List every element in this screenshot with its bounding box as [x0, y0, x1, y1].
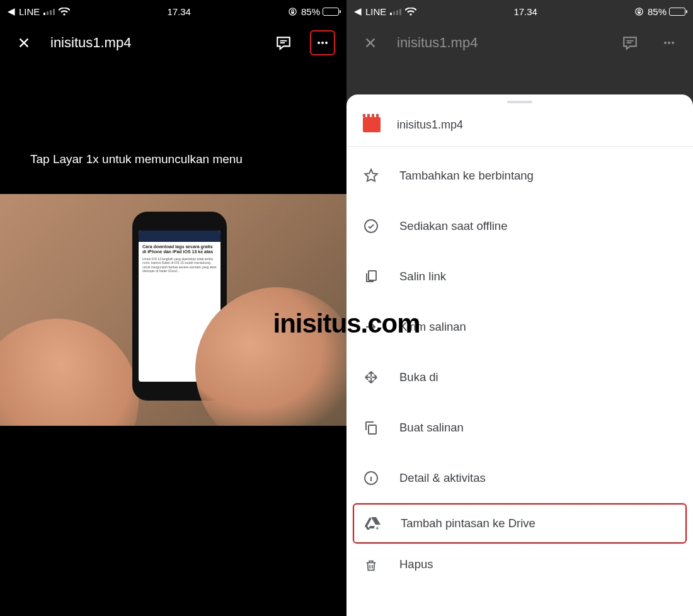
status-time: 17.34 — [70, 6, 288, 17]
send-icon — [363, 319, 379, 335]
status-back-app[interactable]: LINE — [19, 6, 40, 17]
copy-link-icon — [363, 268, 379, 285]
offline-icon — [363, 218, 379, 234]
comment-button — [617, 30, 643, 55]
svg-point-2 — [318, 42, 320, 44]
svg-text:+: + — [375, 525, 379, 532]
app-bar: inisitus1.mp4 — [0, 23, 346, 63]
svg-point-9 — [672, 42, 674, 44]
open-in-icon — [363, 369, 379, 385]
menu-item-label: Hapus — [399, 557, 433, 571]
battery-percent: 85% — [301, 6, 320, 17]
sheet-filename: inisitus1.mp4 — [397, 118, 463, 132]
file-title: inisitus1.mp4 — [397, 35, 604, 51]
svg-point-4 — [325, 42, 328, 44]
menu-item-label: Kirim salinan — [399, 320, 466, 334]
menu-item-label: Buat salinan — [399, 421, 464, 435]
info-icon — [363, 470, 379, 486]
svg-rect-6 — [638, 11, 640, 13]
back-caret-icon: ◀ — [354, 6, 362, 17]
menu-list: Tambahkan ke berbintang Sediakan saat of… — [346, 147, 693, 585]
file-title: inisitus1.mp4 — [50, 35, 257, 51]
phone-article-headline: Cara download lagu secara gratis di iPho… — [142, 244, 217, 255]
menu-item-make-copy[interactable]: Buat salinan — [346, 402, 693, 453]
battery-indicator: 85% — [301, 6, 339, 17]
menu-item-open-in[interactable]: Buka di — [346, 352, 693, 402]
svg-rect-11 — [369, 271, 376, 280]
battery-percent: 85% — [648, 6, 667, 17]
cell-signal-icon — [43, 8, 55, 15]
video-preview[interactable]: Cara download lagu secara gratis di iPho… — [0, 194, 346, 426]
svg-point-7 — [664, 42, 667, 44]
menu-item-label: Detail & aktivitas — [399, 471, 486, 485]
cell-signal-icon — [390, 8, 401, 15]
wifi-icon — [405, 8, 416, 16]
status-time: 17.34 — [416, 6, 634, 17]
rotation-lock-icon — [288, 7, 297, 16]
status-back-app[interactable]: LINE — [365, 6, 386, 17]
instruction-caption: Tap Layar 1x untuk memunculkan menu — [0, 151, 346, 168]
svg-point-3 — [321, 42, 324, 44]
status-bar: ◀ LINE 17.34 85% — [0, 0, 346, 23]
svg-rect-12 — [369, 425, 376, 434]
more-button — [656, 30, 682, 55]
copy-icon — [363, 419, 379, 436]
close-button — [358, 30, 383, 55]
menu-item-offline[interactable]: Sediakan saat offline — [346, 201, 693, 251]
menu-item-label: Sediakan saat offline — [399, 219, 507, 233]
menu-item-label: Tambah pintasan ke Drive — [401, 516, 536, 530]
drive-add-icon: + — [364, 515, 381, 532]
menu-item-label: Salin link — [399, 270, 446, 283]
right-pane: ◀ LINE 17.34 85% — [346, 0, 693, 616]
bottom-sheet: inisitus1.mp4 Tambahkan ke berbintang Se… — [346, 94, 693, 616]
menu-item-label: Buka di — [399, 370, 438, 384]
video-file-icon — [363, 117, 381, 132]
sheet-grip[interactable] — [507, 101, 532, 103]
menu-item-details[interactable]: Detail & aktivitas — [346, 453, 693, 503]
status-bar: ◀ LINE 17.34 85% — [346, 0, 693, 23]
menu-item-copy-link[interactable]: Salin link — [346, 251, 693, 302]
wifi-icon — [59, 8, 70, 16]
app-bar-dimmed: inisitus1.mp4 — [346, 23, 693, 63]
svg-point-8 — [668, 42, 670, 44]
rotation-lock-icon — [634, 7, 644, 16]
trash-icon — [363, 557, 379, 574]
menu-item-send-copy[interactable]: Kirim salinan — [346, 302, 693, 352]
menu-item-star[interactable]: Tambahkan ke berbintang — [346, 151, 693, 201]
svg-point-10 — [365, 220, 377, 232]
back-caret-icon: ◀ — [8, 6, 15, 17]
svg-rect-1 — [291, 11, 294, 13]
more-button[interactable] — [310, 30, 335, 55]
left-pane: ◀ LINE 17.34 85% — [0, 0, 346, 616]
sheet-header: inisitus1.mp4 — [346, 112, 693, 147]
battery-indicator: 85% — [648, 6, 685, 17]
menu-item-add-shortcut[interactable]: + Tambah pintasan ke Drive — [353, 503, 687, 544]
close-button[interactable] — [11, 30, 37, 55]
comment-button[interactable] — [271, 30, 296, 55]
star-icon — [363, 168, 379, 184]
menu-item-delete[interactable]: Hapus — [346, 544, 693, 581]
menu-item-label: Tambahkan ke berbintang — [399, 169, 534, 183]
